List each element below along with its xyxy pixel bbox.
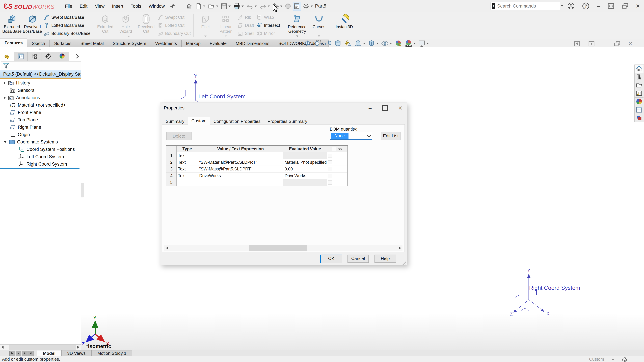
section-view-button[interactable]	[334, 39, 342, 48]
menu-edit[interactable]: Edit	[76, 0, 91, 12]
help-button[interactable]: Help	[374, 255, 396, 263]
expand-arrow-icon[interactable]	[4, 96, 6, 99]
home-tab-icon[interactable]	[634, 65, 644, 73]
tree-root-item[interactable]: Part5 (Default) <<Default>_Display State	[0, 70, 81, 78]
menu-window[interactable]: Window	[145, 0, 168, 12]
delete-button[interactable]: Delete	[166, 132, 192, 140]
tab-3d-views[interactable]: 3D Views	[62, 350, 92, 356]
search-commands-box[interactable]: >	[490, 2, 560, 10]
expand-window-icon[interactable]	[608, 3, 614, 9]
column-header-evaluated[interactable]: Evaluated Value	[283, 146, 327, 152]
tab-mbd-dimensions[interactable]: MBD Dimensions	[231, 39, 274, 47]
tab-motion-study-1[interactable]: Motion Study 1	[92, 350, 132, 356]
minimize-window-icon[interactable]: –	[597, 2, 600, 9]
file-explorer-icon[interactable]	[634, 81, 644, 89]
cell-type[interactable]: Text	[176, 166, 198, 172]
scroll-right-icon[interactable]	[76, 346, 81, 349]
graphics-viewport[interactable]: Y Left Coord System Y Z X Right Coord Sy…	[81, 47, 644, 350]
scroll-left-icon[interactable]	[0, 346, 5, 349]
row-number[interactable]: 1	[166, 152, 176, 159]
tree-item-right-plane[interactable]: Right Plane	[0, 123, 81, 131]
property-manager-tab[interactable]	[14, 52, 28, 61]
display-manager-tab[interactable]	[55, 52, 69, 61]
custom-properties-icon[interactable]	[634, 106, 644, 114]
print-button[interactable]	[232, 1, 245, 11]
status-tool-icon[interactable]	[622, 356, 628, 362]
tab-features[interactable]: Features	[0, 38, 27, 47]
featuremanager-tree-tab[interactable]	[0, 52, 14, 61]
link-checkbox[interactable]	[328, 154, 332, 158]
link-checkbox[interactable]	[328, 160, 332, 164]
panel-tab-overflow[interactable]	[69, 52, 81, 61]
cell-value[interactable]	[198, 179, 283, 186]
menu-insert[interactable]: Insert	[108, 0, 127, 12]
row-number[interactable]: 3	[166, 166, 176, 172]
lofted-boss-base-button[interactable]: Lofted Boss/Base	[44, 22, 90, 29]
status-up-arrow-icon[interactable]	[612, 359, 614, 360]
dialog-minimize-icon[interactable]: –	[368, 105, 372, 111]
tab-sketch[interactable]: Sketch	[27, 39, 50, 47]
mirror-button[interactable]: Mirror	[256, 30, 280, 37]
rollback-bar[interactable]	[0, 168, 80, 169]
restore-document-icon[interactable]	[614, 41, 620, 46]
extruded-boss-base-button[interactable]: Extruded Boss/Base	[2, 13, 22, 38]
sphere-icon[interactable]	[284, 2, 292, 10]
redo-button[interactable]	[258, 2, 271, 11]
options-gear-button[interactable]	[302, 1, 314, 11]
appearances-icon[interactable]	[634, 97, 644, 106]
view-palette-icon[interactable]	[634, 89, 644, 97]
curves-caret[interactable]	[318, 35, 320, 37]
tab-model[interactable]: Model	[37, 350, 62, 356]
scrollbar-thumb[interactable]	[249, 245, 308, 251]
design-library-icon[interactable]	[634, 73, 644, 81]
status-mode-label[interactable]: Custom	[589, 357, 604, 362]
boundary-cut-button[interactable]: Boundary Cut	[157, 30, 191, 37]
draft-button[interactable]: Draft	[237, 22, 254, 29]
user-account-icon[interactable]	[567, 2, 575, 10]
apply-scene-button[interactable]	[404, 39, 416, 48]
compare-documents-icon[interactable]	[634, 114, 644, 122]
column-header-value[interactable]: Value / Text Expression	[198, 146, 283, 152]
linear-pattern-button[interactable]: Linear Pattern	[216, 13, 236, 38]
boundary-boss-base-button[interactable]: Boundary Boss/Base	[44, 30, 90, 37]
resize-grip[interactable]	[402, 260, 406, 265]
reference-geometry-button[interactable]: Reference Geometry	[284, 13, 310, 38]
swept-cut-button[interactable]: Swept Cut	[157, 14, 191, 21]
cell-type[interactable]	[176, 179, 198, 186]
zoom-area-button[interactable]	[314, 39, 322, 48]
tree-item-origin[interactable]: Origin	[0, 131, 81, 138]
open-button[interactable]	[207, 2, 219, 11]
tree-item-sensors[interactable]: Sensors	[0, 87, 81, 94]
view-settings-button[interactable]	[418, 39, 429, 48]
previous-document-icon[interactable]	[574, 41, 580, 46]
view-orientation-caret[interactable]	[363, 43, 365, 44]
wrap-button[interactable]: Wrap	[256, 14, 280, 21]
apply-scene-caret[interactable]	[413, 43, 416, 44]
curves-button[interactable]: Curves	[310, 13, 328, 38]
dialog-tab-properties-summary[interactable]: Properties Summary	[264, 118, 311, 124]
row-number[interactable]: 4	[166, 172, 176, 179]
scrollbar-thumb[interactable]	[9, 345, 76, 350]
panel-horizontal-scrollbar[interactable]	[0, 345, 81, 350]
last-tab-button[interactable]	[28, 351, 34, 356]
hide-show-items-caret[interactable]	[390, 43, 392, 44]
tab-evaluate[interactable]: Evaluate	[205, 39, 231, 47]
display-style-caret[interactable]	[376, 43, 379, 44]
link-checkbox[interactable]	[328, 174, 332, 178]
hole-wizard-button[interactable]: Hole Wizard	[116, 13, 136, 38]
rib-button[interactable]: Rib	[237, 14, 254, 21]
tree-item-history[interactable]: History	[0, 79, 81, 87]
intersect-button[interactable]: Intersect	[256, 22, 280, 29]
cell-value[interactable]	[198, 152, 283, 159]
next-tab-button[interactable]	[22, 351, 28, 356]
close-document-icon[interactable]: ×	[628, 40, 632, 47]
search-input[interactable]	[497, 3, 557, 9]
display-style-button[interactable]	[367, 39, 379, 48]
cell-value[interactable]: DriveWorks	[198, 172, 283, 179]
menu-tools[interactable]: Tools	[127, 0, 145, 12]
home-button[interactable]	[185, 2, 194, 11]
menu-file[interactable]: File	[62, 0, 76, 12]
close-window-icon[interactable]: ×	[636, 2, 640, 10]
dialog-close-icon[interactable]: ×	[398, 104, 402, 112]
new-document-button[interactable]	[194, 2, 206, 11]
